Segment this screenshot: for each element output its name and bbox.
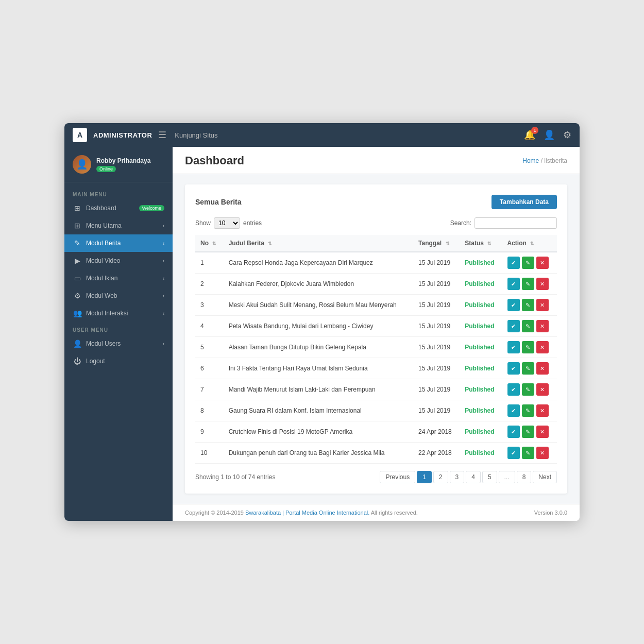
col-no: No ⇅ [195,235,224,252]
view-button[interactable]: ✔ [507,320,520,332]
table-body: 1 Cara Repsol Honda Jaga Kepercayaan Dir… [195,252,557,464]
view-button[interactable]: ✔ [507,341,520,353]
page-2-button[interactable]: 2 [433,471,448,483]
view-button[interactable]: ✔ [507,447,520,459]
delete-button[interactable]: ✕ [536,383,549,396]
previous-button[interactable]: Previous [380,471,415,483]
sidebar-item-label: Modul Video [86,257,121,264]
action-buttons: ✔ ✎ ✕ [507,257,552,269]
sidebar-item-modul-web[interactable]: ⚙ Modul Web ‹ [64,287,173,304]
status-badge: Published [465,344,494,351]
delete-button[interactable]: ✕ [536,404,549,417]
cell-no: 9 [195,421,224,443]
cell-tanggal: 15 Jul 2019 [413,316,460,337]
sidebar-item-modul-users[interactable]: 👤 Modul Users ‹ [64,335,173,352]
ellipsis: ... [499,471,515,483]
breadcrumb: Home / listberita [522,157,567,164]
pagination: Previous 1 2 3 4 5 ... 8 Next [380,471,557,483]
delete-button[interactable]: ✕ [536,447,549,459]
view-button[interactable]: ✔ [507,362,520,375]
view-button[interactable]: ✔ [507,278,520,290]
hamburger-icon[interactable]: ☰ [158,129,166,141]
page-3-button[interactable]: 3 [450,471,465,483]
show-entries: Show 10 25 50 100 entries [195,217,262,229]
add-data-button[interactable]: Tambahkan Data [492,195,557,209]
cell-status: Published [460,252,502,274]
sidebar-item-modul-iklan[interactable]: ▭ Modul Iklan ‹ [64,269,173,287]
chevron-icon: ‹ [163,341,164,347]
edit-button[interactable]: ✎ [522,299,534,311]
view-button[interactable]: ✔ [507,299,520,311]
data-table: No ⇅ Judul Berita ⇅ Tanggal ⇅ Status ⇅ A… [195,235,557,464]
chevron-icon: ‹ [163,223,164,229]
settings-icon[interactable]: ⚙ [563,129,571,141]
visit-site-link[interactable]: Kunjungi Situs [175,131,217,139]
content-wrapper: Dashboard Home / listberita Semua Berita… [173,147,580,521]
cell-no: 6 [195,358,224,379]
cell-tanggal: 22 Apr 2018 [413,443,460,464]
show-label: Show [195,219,211,227]
cell-tanggal: 24 Apr 2018 [413,421,460,443]
entries-select[interactable]: 10 25 50 100 [214,217,240,229]
footer: Copyright © 2014-2019 Swarakalibata | Po… [173,504,580,521]
action-buttons: ✔ ✎ ✕ [507,362,552,375]
page-1-button[interactable]: 1 [417,471,432,483]
delete-button[interactable]: ✕ [536,257,549,269]
cell-status: Published [460,400,502,421]
edit-button[interactable]: ✎ [522,278,534,290]
main-layout: 👤 Robby Prihandaya Online MAIN MENU ⊞ Da… [64,147,580,521]
action-buttons: ✔ ✎ ✕ [507,299,552,311]
search-input[interactable] [474,217,557,229]
notification-icon[interactable]: 🔔 1 [524,129,535,141]
sidebar-item-modul-video[interactable]: ▶ Modul Video ‹ [64,252,173,269]
delete-button[interactable]: ✕ [536,320,549,332]
sidebar-item-modul-interaksi[interactable]: 👥 Modul Interaksi ‹ [64,304,173,322]
view-button[interactable]: ✔ [507,426,520,438]
page-5-button[interactable]: 5 [482,471,497,483]
page-4-button[interactable]: 4 [466,471,481,483]
view-button[interactable]: ✔ [507,404,520,417]
edit-button[interactable]: ✎ [522,404,534,417]
cell-action: ✔ ✎ ✕ [502,379,557,400]
sidebar-item-logout[interactable]: ⏻ Logout [64,352,173,370]
modul-interaksi-icon: 👥 [73,309,82,317]
delete-button[interactable]: ✕ [536,362,549,375]
chevron-icon: ‹ [163,241,164,246]
view-button[interactable]: ✔ [507,383,520,396]
sidebar-item-dashboard[interactable]: ⊞ Dashboard Welcome [64,199,173,217]
user-profile-icon[interactable]: 👤 [544,129,555,141]
breadcrumb-current: listberita [544,157,567,164]
edit-button[interactable]: ✎ [522,426,534,438]
edit-button[interactable]: ✎ [522,257,534,269]
cell-judul: Kalahkan Federer, Djokovic Juara Wimbled… [224,274,413,295]
delete-button[interactable]: ✕ [536,278,549,290]
sidebar-user: 👤 Robby Prihandaya Online [64,147,173,182]
edit-button[interactable]: ✎ [522,320,534,332]
breadcrumb-home[interactable]: Home [522,157,539,164]
cell-status: Published [460,337,502,358]
status-badge: Published [465,323,494,330]
sidebar-item-menu-utama[interactable]: ⊞ Menu Utama ‹ [64,217,173,234]
delete-button[interactable]: ✕ [536,426,549,438]
cell-action: ✔ ✎ ✕ [502,421,557,443]
table-row: 2 Kalahkan Federer, Djokovic Juara Wimbl… [195,274,557,295]
view-button[interactable]: ✔ [507,257,520,269]
edit-button[interactable]: ✎ [522,383,534,396]
main-menu-label: MAIN MENU [64,187,173,199]
sidebar-item-modul-berita[interactable]: ✎ Modul Berita ‹ [64,234,173,252]
edit-button[interactable]: ✎ [522,447,534,459]
user-menu-label: USER MENU [64,322,173,335]
page-8-button[interactable]: 8 [517,471,532,483]
footer-link[interactable]: Swarakalibata | Portal Media Online Inte… [245,510,369,516]
delete-button[interactable]: ✕ [536,299,549,311]
cell-tanggal: 15 Jul 2019 [413,337,460,358]
edit-button[interactable]: ✎ [522,362,534,375]
table-row: 10 Dukungan penuh dari Orang tua Bagi Ka… [195,443,557,464]
copyright-text: Copyright © 2014-2019 [185,510,245,516]
cell-tanggal: 15 Jul 2019 [413,400,460,421]
showing-text: Showing 1 to 10 of 74 entries [195,473,275,481]
edit-button[interactable]: ✎ [522,341,534,353]
next-button[interactable]: Next [533,471,557,483]
search-box: Search: [450,217,557,229]
delete-button[interactable]: ✕ [536,341,549,353]
